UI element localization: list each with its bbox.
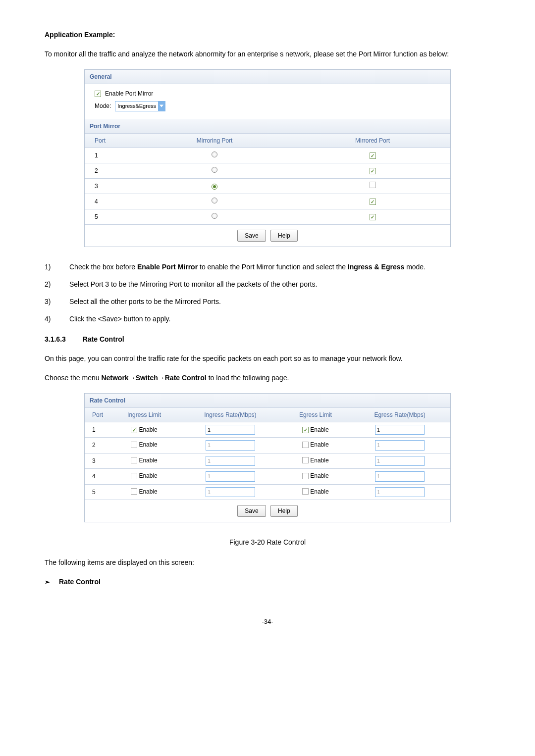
ingress-limit-checkbox[interactable]	[131, 488, 137, 495]
text-segment: mode.	[404, 263, 426, 271]
rate-control-table: Port Ingress Limit Ingress Rate(Mbps) Eg…	[85, 408, 450, 501]
ingress-limit-checkbox[interactable]	[131, 442, 137, 448]
list-item: 1) Check the box before Enable Port Mirr…	[45, 262, 490, 272]
enable-label: Enable	[139, 456, 157, 465]
egress-limit-checkbox[interactable]: ✓	[302, 427, 309, 433]
egress-rate-input[interactable]: 1	[375, 456, 425, 466]
mirrored-checkbox[interactable]	[370, 182, 376, 188]
ingress-limit-checkbox[interactable]	[131, 457, 137, 463]
egress-rate-input[interactable]: 1	[375, 425, 425, 435]
text-segment: to enable the Port Mirror function and s…	[198, 263, 348, 271]
page-number: -34-	[45, 617, 490, 627]
ingress-rate-input[interactable]: 1	[206, 440, 255, 451]
item-number: 2)	[45, 279, 69, 290]
rate-control-screenshot: Rate Control Port Ingress Limit Ingress …	[84, 393, 451, 523]
mirrored-checkbox[interactable]: ✓	[370, 168, 376, 174]
item-text: Select all the other ports to be the Mir…	[69, 297, 490, 307]
mirrored-checkbox[interactable]: ✓	[370, 152, 376, 159]
instructions-list: 1) Check the box before Enable Port Mirr…	[45, 262, 490, 324]
mirrored-checkbox[interactable]: ✓	[370, 214, 376, 220]
port-cell: 3	[85, 178, 134, 194]
egress-limit-checkbox[interactable]	[302, 473, 309, 479]
header-mirroring: Mirroring Port	[134, 134, 295, 148]
text-segment: Check the box before	[69, 263, 137, 271]
enable-label: Enable	[310, 440, 328, 449]
header-mirrored: Mirrored Port	[295, 134, 450, 148]
egress-rate-input[interactable]: 1	[375, 440, 425, 451]
ingress-rate-input[interactable]: 1	[206, 456, 255, 466]
menu-line: Choose the menu Network→Switch→Rate Cont…	[45, 373, 490, 383]
header-port: Port	[85, 134, 134, 148]
port-cell: 5	[85, 484, 109, 500]
table-row: 2 ✓	[85, 163, 450, 178]
item-number: 1)	[45, 262, 69, 272]
table-header-row: Port Ingress Limit Ingress Rate(Mbps) Eg…	[85, 408, 450, 422]
table-row: 1 ✓	[85, 148, 450, 163]
ingress-limit-checkbox[interactable]	[131, 473, 137, 479]
header-port: Port	[85, 408, 109, 422]
port-mirror-table: Port Mirroring Port Mirrored Port 1 ✓ 2 …	[85, 134, 450, 225]
bullet-section: ➢ Rate Control	[45, 577, 490, 587]
intro-paragraph: To monitor all the traffic and analyze t…	[45, 49, 490, 59]
port-cell: 5	[85, 209, 134, 224]
enable-port-mirror-checkbox[interactable]: ✓	[95, 91, 101, 97]
header-ingress-rate: Ingress Rate(Mbps)	[179, 408, 281, 422]
text-segment: to load the following page.	[207, 374, 289, 382]
general-header: General	[85, 70, 450, 84]
table-row: 4 ✓	[85, 194, 450, 209]
header-ingress-limit: Ingress Limit	[109, 408, 179, 422]
enable-label: Enable	[310, 471, 328, 480]
save-button[interactable]: Save	[237, 505, 266, 517]
enable-label: Enable	[310, 487, 328, 496]
item-text: Select Port 3 to be the Mirroring Port t…	[69, 279, 490, 290]
help-button[interactable]: Help	[270, 505, 298, 517]
displayed-paragraph: The following items are displayed on thi…	[45, 557, 490, 568]
mirroring-radio[interactable]	[212, 213, 217, 219]
item-number: 4)	[45, 314, 69, 324]
list-item: 3) Select all the other ports to be the …	[45, 297, 490, 307]
mirroring-radio[interactable]	[212, 184, 217, 190]
table-header-row: Port Mirroring Port Mirrored Port	[85, 134, 450, 148]
enable-label: Enable	[139, 471, 157, 480]
rate-control-header: Rate Control	[85, 394, 450, 408]
ingress-rate-input[interactable]: 1	[206, 425, 255, 435]
button-row: Save Help	[85, 225, 450, 247]
bold-segment: Enable Port Mirror	[137, 263, 198, 271]
figure-caption: Figure 3-20 Rate Control	[45, 537, 490, 548]
mode-select-value: Ingress&Egress	[117, 103, 156, 109]
mirroring-radio[interactable]	[212, 151, 217, 157]
egress-limit-checkbox[interactable]	[302, 457, 309, 463]
header-egress-limit: Egress Limit	[282, 408, 350, 422]
egress-rate-input[interactable]: 1	[375, 487, 425, 498]
port-cell: 1	[85, 148, 134, 163]
mirrored-checkbox[interactable]: ✓	[370, 199, 376, 205]
port-cell: 4	[85, 194, 134, 209]
enable-label: Enable	[139, 425, 157, 434]
enable-label: Enable	[139, 440, 157, 449]
mode-label: Mode:	[95, 101, 111, 110]
help-button[interactable]: Help	[270, 230, 298, 242]
button-row: Save Help	[85, 500, 450, 522]
egress-limit-checkbox[interactable]	[302, 488, 309, 495]
port-cell: 4	[85, 469, 109, 485]
mode-select[interactable]: Ingress&Egress	[115, 101, 165, 111]
ingress-rate-input[interactable]: 1	[206, 487, 255, 498]
table-row: 5 ✓	[85, 209, 450, 224]
item-text: Click the <Save> button to apply.	[69, 314, 490, 324]
ingress-rate-input[interactable]: 1	[206, 471, 255, 482]
egress-limit-checkbox[interactable]	[302, 442, 309, 448]
mirroring-radio[interactable]	[212, 167, 217, 173]
rate-control-heading: 3.1.6.3 Rate Control	[45, 334, 490, 345]
table-row: 3	[85, 178, 450, 194]
mirroring-radio[interactable]	[212, 198, 217, 203]
egress-rate-input[interactable]: 1	[375, 471, 425, 482]
bold-segment: Network→Switch→Rate Control	[101, 374, 206, 382]
port-mirror-screenshot: General ✓ Enable Port Mirror Mode: Ingre…	[84, 69, 451, 247]
save-button[interactable]: Save	[237, 230, 266, 242]
ingress-limit-checkbox[interactable]: ✓	[131, 427, 137, 433]
list-item: 4) Click the <Save> button to apply.	[45, 314, 490, 324]
bold-segment: Ingress & Egress	[348, 263, 404, 271]
port-cell: 2	[85, 163, 134, 178]
bullet-label: Rate Control	[59, 577, 101, 587]
enable-label: Enable	[310, 425, 328, 434]
